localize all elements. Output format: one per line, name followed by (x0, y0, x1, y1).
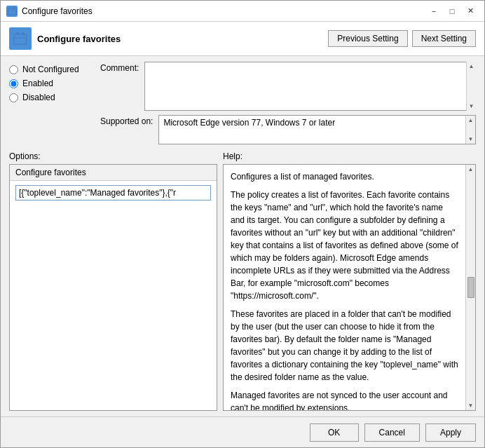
disabled-radio[interactable]: Disabled (9, 93, 100, 102)
svg-rect-5 (16, 32, 19, 35)
help-para-4: Managed favorites are not synced to the … (231, 389, 458, 410)
header-title: Configure favorites (37, 34, 121, 44)
supported-label: Supported on: (100, 115, 153, 126)
ok-button[interactable]: OK (310, 423, 359, 442)
comment-label: Comment: (100, 62, 139, 73)
minimize-button[interactable]: − (425, 4, 442, 18)
svg-rect-4 (14, 34, 27, 44)
svg-rect-6 (22, 32, 25, 35)
options-text-input[interactable] (15, 185, 211, 201)
bottom-bar: OK Cancel Apply (1, 416, 484, 447)
options-input-row (10, 181, 217, 205)
supported-box: Microsoft Edge version 77, Windows 7 or … (158, 115, 476, 144)
supported-scrollbar: ▲ ▼ (465, 116, 475, 144)
close-button[interactable]: ✕ (462, 4, 479, 18)
help-content: Configures a list of managed favorites. … (224, 165, 465, 410)
enabled-radio[interactable]: Enabled (9, 79, 100, 88)
help-scroll-up-arrow: ▲ (468, 166, 474, 172)
help-scroll-down-arrow: ▼ (468, 402, 474, 409)
oh-panels: Configure favorites Configures a list of… (9, 164, 476, 411)
scroll-up-arrow: ▲ (469, 63, 474, 69)
svg-rect-1 (9, 7, 11, 9)
comment-section: Comment: ▲ ▼ (100, 62, 476, 111)
not-configured-input[interactable] (9, 65, 18, 74)
supported-section: Supported on: Microsoft Edge version 77,… (100, 115, 476, 144)
title-bar: Configure favorites − □ ✕ (1, 1, 484, 22)
window-title: Configure favorites (22, 6, 93, 16)
header-left: Configure favorites (9, 27, 121, 50)
disabled-label: Disabled (22, 93, 55, 102)
header-icon (9, 27, 32, 50)
oh-labels: Options: Help: (9, 151, 476, 161)
comment-scrollbar: ▲ ▼ (466, 62, 476, 111)
header-section: Configure favorites Previous Setting Nex… (1, 22, 484, 56)
supported-scroll-down: ▼ (468, 136, 474, 142)
next-setting-button[interactable]: Next Setting (412, 30, 476, 47)
comment-textarea[interactable] (144, 62, 476, 111)
options-label: Options: (9, 151, 223, 161)
previous-setting-button[interactable]: Previous Setting (328, 30, 407, 47)
maximize-button[interactable]: □ (444, 4, 460, 18)
header-buttons: Previous Setting Next Setting (328, 30, 476, 47)
supported-value: Microsoft Edge version 77, Windows 7 or … (163, 118, 335, 128)
help-para-2: The policy creates a list of favorites. … (231, 189, 458, 302)
help-para-3: These favorites are placed in a folder t… (231, 308, 458, 383)
radio-group: Not Configured Enabled Disabled (9, 62, 100, 144)
title-bar-controls: − □ ✕ (425, 4, 479, 18)
title-bar-left: Configure favorites (6, 6, 93, 17)
svg-rect-0 (8, 8, 16, 15)
main-body: Not Configured Enabled Disabled Comment: (1, 56, 484, 416)
options-panel-title: Configure favorites (10, 165, 217, 181)
help-scrollbar[interactable]: ▲ ▼ (465, 165, 475, 410)
help-scroll-thumb[interactable] (467, 277, 474, 298)
window-icon (6, 6, 18, 17)
apply-button[interactable]: Apply (425, 423, 476, 442)
not-configured-radio[interactable]: Not Configured (9, 65, 100, 74)
scroll-down-arrow: ▼ (469, 103, 474, 109)
enabled-label: Enabled (22, 79, 53, 88)
not-configured-label: Not Configured (22, 65, 79, 74)
cancel-button[interactable]: Cancel (364, 423, 420, 442)
options-panel: Configure favorites (9, 164, 217, 411)
supported-scroll-up: ▲ (468, 117, 474, 123)
main-window: Configure favorites − □ ✕ Configure favo… (0, 0, 485, 448)
help-panel: Configures a list of managed favorites. … (223, 164, 476, 411)
svg-rect-2 (13, 7, 15, 9)
help-label: Help: (223, 151, 476, 161)
enabled-input[interactable] (9, 79, 18, 88)
help-para-1: Configures a list of managed favorites. (231, 170, 458, 183)
disabled-input[interactable] (9, 93, 18, 102)
